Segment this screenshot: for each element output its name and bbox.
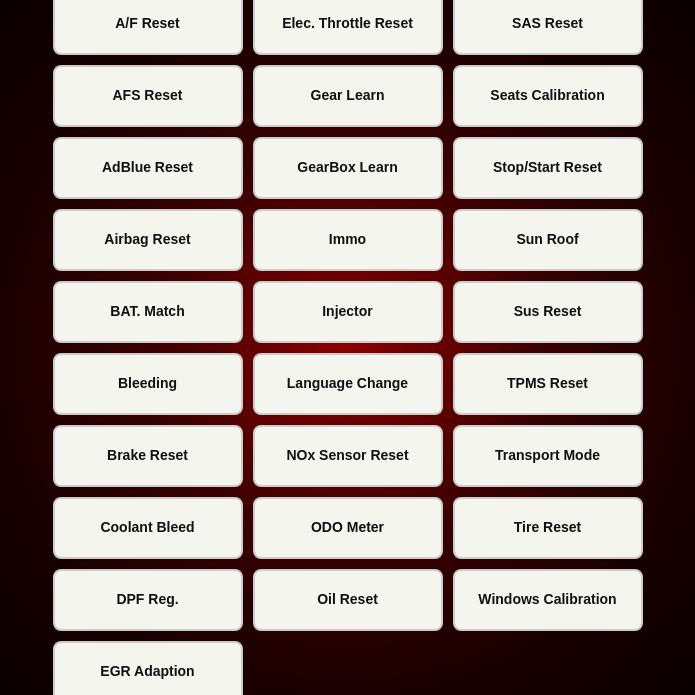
language-change-button[interactable]: Language Change xyxy=(253,353,443,415)
transport-mode-button[interactable]: Transport Mode xyxy=(453,425,643,487)
seats-calibration-button[interactable]: Seats Calibration xyxy=(453,65,643,127)
airbag-reset-button[interactable]: Airbag Reset xyxy=(53,209,243,271)
stop-start-reset-button[interactable]: Stop/Start Reset xyxy=(453,137,643,199)
egr-adaption-button[interactable]: EGR Adaption xyxy=(53,641,243,696)
odo-meter-button[interactable]: ODO Meter xyxy=(253,497,443,559)
brake-reset-button[interactable]: Brake Reset xyxy=(53,425,243,487)
oil-reset-button[interactable]: Oil Reset xyxy=(253,569,443,631)
bat-match-button[interactable]: BAT. Match xyxy=(53,281,243,343)
bleeding-button[interactable]: Bleeding xyxy=(53,353,243,415)
windows-calibration-button[interactable]: Windows Calibration xyxy=(453,569,643,631)
sas-reset-button[interactable]: SAS Reset xyxy=(453,0,643,55)
sus-reset-button[interactable]: Sus Reset xyxy=(453,281,643,343)
coolant-bleed-button[interactable]: Coolant Bleed xyxy=(53,497,243,559)
gear-learn-button[interactable]: Gear Learn xyxy=(253,65,443,127)
sun-roof-button[interactable]: Sun Roof xyxy=(453,209,643,271)
button-grid: A/F Reset Elec. Throttle Reset SAS Reset… xyxy=(33,0,663,695)
gearbox-learn-button[interactable]: GearBox Learn xyxy=(253,137,443,199)
adblue-reset-button[interactable]: AdBlue Reset xyxy=(53,137,243,199)
afs-reset-button[interactable]: AFS Reset xyxy=(53,65,243,127)
dpf-reg-button[interactable]: DPF Reg. xyxy=(53,569,243,631)
injector-button[interactable]: Injector xyxy=(253,281,443,343)
tpms-reset-button[interactable]: TPMS Reset xyxy=(453,353,643,415)
nox-sensor-reset-button[interactable]: NOx Sensor Reset xyxy=(253,425,443,487)
elec-throttle-reset-button[interactable]: Elec. Throttle Reset xyxy=(253,0,443,55)
immo-button[interactable]: Immo xyxy=(253,209,443,271)
tire-reset-button[interactable]: Tire Reset xyxy=(453,497,643,559)
af-reset-button[interactable]: A/F Reset xyxy=(53,0,243,55)
